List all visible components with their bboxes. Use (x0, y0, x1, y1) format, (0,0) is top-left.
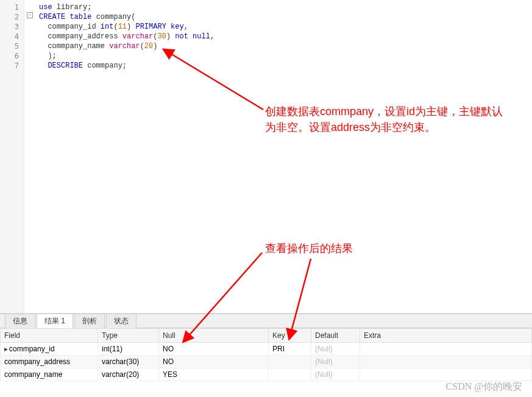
code-content[interactable]: use library;CREATE table commpany( commp… (24, 0, 532, 313)
cell-default[interactable]: (Null) (311, 343, 360, 356)
tab-结果-1[interactable]: 结果 1 (37, 314, 73, 328)
column-header-null[interactable]: Null (159, 329, 269, 343)
tab-信息[interactable]: 信息 (5, 314, 35, 328)
column-header-field[interactable]: Field (1, 329, 98, 343)
code-line[interactable]: CREATE table commpany( (39, 12, 532, 22)
tab-剖析[interactable]: 剖析 (74, 314, 105, 328)
cell-field[interactable]: commpany_address (1, 356, 98, 368)
cell-default[interactable]: (Null) (311, 356, 360, 368)
cell-key[interactable]: PRI (269, 343, 311, 356)
line-number: 6 (0, 51, 24, 61)
results-table: FieldTypeNullKeyDefaultExtra ▸commpany_i… (0, 328, 532, 381)
line-number: 1 (0, 2, 24, 12)
code-line[interactable]: commpany_id int(11) PRIMARY key, (39, 22, 532, 32)
annotation-view-result: 查看操作后的结果 (265, 241, 353, 256)
code-line[interactable]: DESCRIBE commpany; (39, 61, 532, 71)
row-marker-icon: ▸ (4, 345, 8, 351)
column-header-type[interactable]: Type (98, 329, 159, 343)
code-line[interactable]: ); (39, 51, 532, 61)
column-header-extra[interactable]: Extra (360, 329, 532, 343)
cell-null[interactable]: NO (159, 356, 269, 368)
code-line[interactable]: commpany_name varchar(20) (39, 41, 532, 51)
results-table-container: FieldTypeNullKeyDefaultExtra ▸commpany_i… (0, 328, 532, 381)
cell-type[interactable]: int(11) (98, 343, 159, 356)
cell-field[interactable]: commpany_name (1, 368, 98, 381)
cell-extra[interactable] (360, 343, 532, 356)
column-header-key[interactable]: Key (269, 329, 311, 343)
result-tabs: 信息结果 1剖析状态 (0, 314, 532, 328)
code-line[interactable]: commpany_address varchar(30) not null, (39, 32, 532, 41)
cell-null[interactable]: NO (159, 343, 269, 356)
column-header-default[interactable]: Default (311, 329, 360, 343)
line-number: 7 (0, 61, 24, 71)
cell-null[interactable]: YES (159, 368, 269, 381)
cell-field[interactable]: ▸commpany_id (1, 343, 98, 356)
watermark: CSDN @你的晚安 (446, 381, 522, 393)
line-number: 4 (0, 32, 24, 41)
cell-type[interactable]: varchar(30) (98, 356, 159, 368)
cell-type[interactable]: varchar(20) (98, 368, 159, 381)
cell-extra[interactable] (360, 356, 532, 368)
line-number: 5 (0, 41, 24, 51)
cell-default[interactable]: (Null) (311, 368, 360, 381)
code-line[interactable]: use library; (39, 2, 532, 12)
fold-icon[interactable]: − (27, 12, 33, 18)
line-number: 2 (0, 12, 24, 22)
table-row[interactable]: ▸commpany_idint(11)NOPRI(Null) (1, 343, 532, 356)
cell-key[interactable] (269, 368, 311, 381)
line-gutter: 1234567 (0, 0, 24, 313)
annotation-create-table: 创建数据表commpany，设置id为主键，主键默认为非空。设置address为… (265, 104, 509, 135)
line-number: 3 (0, 22, 24, 32)
code-editor[interactable]: 1234567 use library;CREATE table commpan… (0, 0, 532, 314)
table-row[interactable]: commpany_addressvarchar(30)NO(Null) (1, 356, 532, 368)
tab-状态[interactable]: 状态 (106, 314, 137, 328)
table-row[interactable]: commpany_namevarchar(20)YES(Null) (1, 368, 532, 381)
cell-key[interactable] (269, 356, 311, 368)
cell-extra[interactable] (360, 368, 532, 381)
